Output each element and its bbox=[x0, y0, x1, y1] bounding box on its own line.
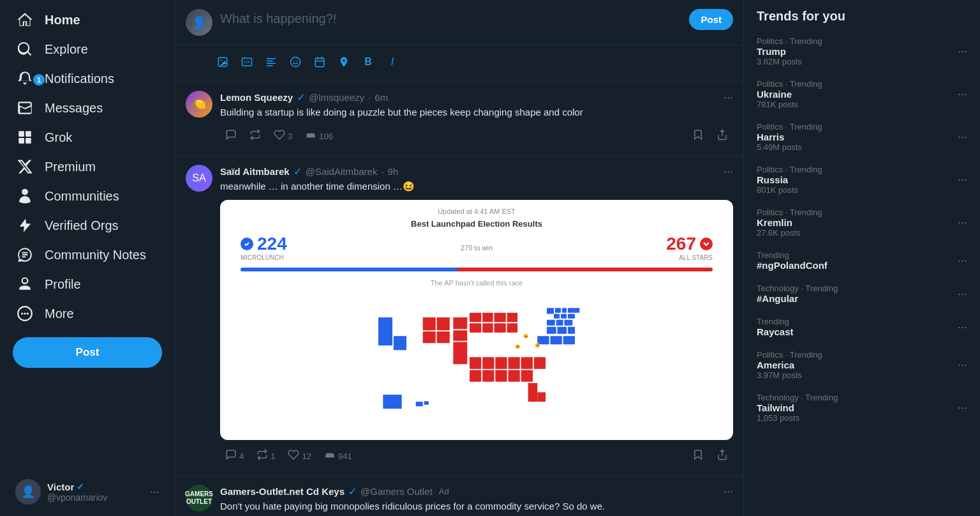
share-action-1[interactable] bbox=[711, 126, 733, 146]
post-button[interactable]: Post bbox=[13, 337, 162, 368]
trend-item-7[interactable]: Trending Raycast ··· bbox=[754, 310, 970, 344]
compose-input[interactable]: What is happening?! bbox=[220, 9, 681, 26]
election-map: Updated at 4:41 AM EST Best Launchpad El… bbox=[220, 200, 733, 440]
tweet-more-3[interactable]: ··· bbox=[724, 485, 733, 498]
retweet-action-1[interactable] bbox=[244, 126, 266, 146]
notifications-badge: 1 bbox=[33, 74, 45, 86]
svg-point-13 bbox=[293, 61, 295, 62]
bold-button[interactable]: B bbox=[357, 50, 380, 73]
sidebar-item-messages-label: Messages bbox=[45, 101, 103, 116]
trend-more-3[interactable]: ··· bbox=[958, 173, 967, 186]
image-upload-button[interactable] bbox=[211, 50, 234, 73]
trend-category-8: Politics · Trending bbox=[757, 350, 958, 360]
italic-button[interactable]: I bbox=[381, 50, 404, 73]
trend-more-0[interactable]: ··· bbox=[958, 45, 967, 58]
user-more-icon[interactable]: ··· bbox=[150, 485, 160, 499]
trend-item-2[interactable]: Politics · Trending Harris 5.49M posts ·… bbox=[754, 116, 970, 158]
list-button[interactable] bbox=[260, 50, 283, 73]
bookmark-action-2[interactable] bbox=[687, 446, 709, 466]
location-button[interactable] bbox=[332, 50, 355, 73]
comment-action-1[interactable] bbox=[220, 126, 242, 146]
tweet-lemon-squeezy: 🍋 Lemon Squeezy ✓ @lmsqueezy · 6m ··· Bu… bbox=[175, 82, 743, 156]
trends-title: Trends for you bbox=[754, 0, 970, 30]
like-action-1[interactable]: 3 bbox=[269, 126, 297, 146]
sidebar-item-verified-orgs[interactable]: Verified Orgs bbox=[8, 211, 167, 240]
ad-label: Ad bbox=[439, 487, 449, 496]
trend-count-0: 3.62M posts bbox=[757, 57, 958, 66]
tweet-more-1[interactable]: ··· bbox=[724, 91, 733, 104]
svg-rect-32 bbox=[568, 327, 575, 334]
compose-post-button[interactable]: Post bbox=[689, 9, 733, 30]
trend-item-3[interactable]: Politics · Trending Russia 801K posts ··… bbox=[754, 158, 970, 201]
trend-more-6[interactable]: ··· bbox=[958, 287, 967, 301]
election-scores: 224 MICROLUNCH 270 to win 267 ALL STARS bbox=[228, 234, 725, 261]
trend-item-6[interactable]: Technology · Trending #Angular ··· bbox=[754, 277, 970, 310]
trend-more-8[interactable]: ··· bbox=[958, 358, 967, 372]
comment-action-2[interactable]: 4 bbox=[220, 446, 249, 466]
sidebar-item-profile-label: Profile bbox=[45, 277, 81, 292]
views-icon-2 bbox=[324, 449, 336, 464]
x-logo-icon bbox=[17, 158, 33, 175]
trend-item-5[interactable]: Trending #ngPolandConf ··· bbox=[754, 244, 970, 277]
svg-text:★: ★ bbox=[525, 335, 528, 338]
views-action-1[interactable]: 106 bbox=[300, 126, 338, 146]
trend-more-4[interactable]: ··· bbox=[958, 216, 967, 229]
svg-rect-22 bbox=[568, 308, 574, 312]
svg-rect-61 bbox=[495, 370, 507, 382]
share-action-2[interactable] bbox=[711, 446, 733, 466]
trend-item-1[interactable]: Politics · Trending Ukraine 781K posts ·… bbox=[754, 73, 970, 116]
svg-rect-53 bbox=[470, 357, 481, 368]
trend-item-9[interactable]: Technology · Trending Tailwind 1,053 pos… bbox=[754, 386, 970, 429]
map-threshold: 270 to win bbox=[461, 244, 493, 252]
sidebar-item-premium[interactable]: Premium bbox=[8, 152, 167, 181]
sidebar-item-communities-label: Communities bbox=[45, 189, 119, 204]
trend-item-8[interactable]: Politics · Trending America 3.97M posts … bbox=[754, 344, 970, 386]
lightning-icon bbox=[17, 217, 33, 234]
sidebar-item-communities[interactable]: Communities bbox=[8, 181, 167, 211]
schedule-button[interactable] bbox=[308, 50, 331, 73]
gif-button[interactable]: GIF bbox=[235, 50, 258, 73]
score-bar bbox=[241, 268, 713, 271]
like-action-2[interactable]: 12 bbox=[283, 446, 316, 466]
bookmark-action-1[interactable] bbox=[687, 126, 709, 146]
tweet-gamers-outlet: GAMERSOUTLET Gamers-Outlet.net Cd Keys ✓… bbox=[175, 476, 743, 516]
svg-rect-15 bbox=[315, 58, 324, 67]
tweet-more-2[interactable]: ··· bbox=[724, 165, 733, 178]
trend-category-5: Trending bbox=[757, 250, 958, 260]
like-count-2: 12 bbox=[302, 452, 311, 461]
trend-more-7[interactable]: ··· bbox=[958, 321, 967, 334]
score-bar-red bbox=[457, 268, 713, 271]
community-notes-icon bbox=[17, 247, 33, 263]
retweet-action-2[interactable]: 1 bbox=[251, 446, 280, 466]
trend-more-1[interactable]: ··· bbox=[958, 87, 967, 101]
sidebar-item-community-notes[interactable]: Community Notes bbox=[8, 240, 167, 269]
svg-rect-68 bbox=[416, 402, 423, 406]
trend-more-5[interactable]: ··· bbox=[958, 254, 967, 268]
user-profile-section[interactable]: 👤 Victor ✓ @vponamariov ··· bbox=[8, 473, 167, 511]
trend-item-4[interactable]: Politics · Trending Kremlin 27.6K posts … bbox=[754, 201, 970, 244]
sidebar-item-notifications[interactable]: 1 Notifications bbox=[8, 64, 167, 93]
score-bar-blue bbox=[241, 268, 457, 271]
views-action-2[interactable]: 941 bbox=[319, 446, 357, 466]
trend-more-9[interactable]: ··· bbox=[958, 401, 967, 414]
svg-rect-47 bbox=[423, 317, 436, 330]
sidebar-item-grok[interactable]: Grok bbox=[8, 123, 167, 152]
sidebar-item-explore[interactable]: Explore bbox=[8, 34, 167, 64]
sidebar-item-profile[interactable]: Profile bbox=[8, 269, 167, 299]
trend-count-9: 1,053 posts bbox=[757, 413, 958, 423]
tweet-actions-2: 4 1 12 941 bbox=[220, 446, 733, 466]
sidebar-item-more[interactable]: More bbox=[8, 299, 167, 328]
svg-point-6 bbox=[24, 312, 26, 314]
trend-name-8: America bbox=[757, 360, 958, 370]
svg-rect-60 bbox=[482, 370, 494, 382]
retweet-count-2: 1 bbox=[271, 452, 275, 461]
emoji-button[interactable] bbox=[284, 50, 307, 73]
user-info: Victor ✓ @vponamariov bbox=[47, 482, 144, 503]
svg-text:GIF: GIF bbox=[244, 60, 251, 64]
svg-rect-49 bbox=[423, 331, 436, 343]
tweet-dot-1: · bbox=[368, 92, 371, 103]
trend-more-2[interactable]: ··· bbox=[958, 130, 967, 144]
sidebar-item-messages[interactable]: Messages bbox=[8, 93, 167, 123]
sidebar-item-home[interactable]: Home bbox=[8, 5, 167, 34]
trend-item-0[interactable]: Politics · Trending Trump 3.62M posts ··… bbox=[754, 30, 970, 73]
